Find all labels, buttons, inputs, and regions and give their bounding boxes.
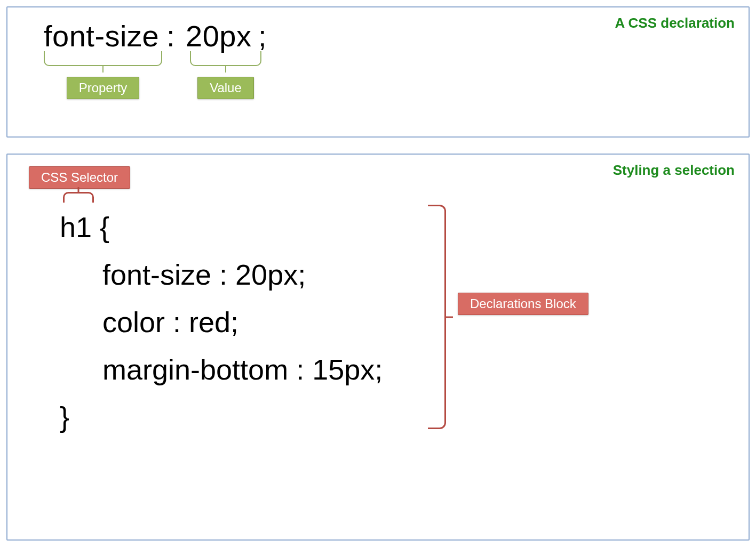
panel2-body: CSS Selector h1 { font-size : 20px; colo… (22, 166, 734, 441)
value-label-pill: Value (197, 77, 254, 99)
declarations-block-brace-icon (428, 205, 446, 429)
selector-text: h1 (60, 211, 92, 243)
close-brace: } (60, 393, 423, 441)
property-label-pill: Property (67, 77, 140, 99)
value-text: 20px (186, 19, 257, 53)
declaration-line-1: font-size : 20px; (60, 251, 423, 299)
separator-colon: : (166, 19, 175, 53)
declarations-block-label-pill: Declarations Block (458, 293, 588, 315)
selector-line: h1 { (60, 204, 423, 251)
css-selector-label-pill: CSS Selector (29, 166, 130, 189)
declaration-line-3: margin-bottom : 15px; (60, 346, 423, 393)
block-label-wrap: Declarations Block (446, 166, 588, 441)
selector-annotation: CSS Selector (29, 166, 423, 189)
value-brace-icon (190, 51, 261, 66)
terminator-semicolon: ; (258, 19, 267, 53)
property-text: font-size (44, 19, 162, 53)
panel-css-declaration: A CSS declaration font-size : 20px ; Pro… (6, 6, 750, 138)
braces-row (22, 51, 734, 66)
panel2-left-column: CSS Selector h1 { font-size : 20px; colo… (22, 166, 433, 441)
open-brace: { (92, 211, 109, 243)
declaration-line-2: color : red; (60, 299, 423, 346)
panel1-title: A CSS declaration (615, 15, 735, 31)
panel-styling-selection: Styling a selection CSS Selector h1 { fo… (6, 154, 750, 541)
css-rule-codeblock: h1 { font-size : 20px; color : red; marg… (22, 204, 423, 441)
property-brace-icon (44, 51, 162, 66)
labels-row: Property Value (22, 77, 734, 99)
panel2-title: Styling a selection (613, 162, 735, 179)
selector-brace-icon (63, 192, 94, 203)
